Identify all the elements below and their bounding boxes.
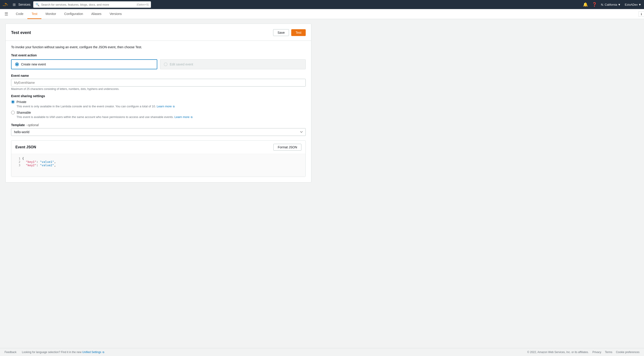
template-optional-label: - optional <box>26 123 39 127</box>
hamburger-menu[interactable]: ☰ <box>4 12 8 17</box>
private-description: This event is only available in the Lamb… <box>16 105 306 108</box>
description-text: To invoke your function without saving a… <box>11 45 306 49</box>
event-json-card: Event JSON Format JSON 1 { 2 "key1": "va… <box>11 140 306 177</box>
create-radio-circle <box>15 63 19 66</box>
shareable-learn-more-link[interactable]: Learn more ⧉ <box>174 115 192 119</box>
template-select[interactable]: hello-world s3-put dynamodb-update <box>11 128 306 136</box>
tab-monitor[interactable]: Monitor <box>42 9 60 19</box>
event-name-section: Event name Maximum of 25 characters cons… <box>11 74 306 91</box>
template-label: Template - optional <box>11 123 306 127</box>
private-radio-input[interactable] <box>11 100 15 104</box>
test-event-action-section: Test event action Create new event Edit … <box>11 54 306 69</box>
search-bar-container: 🔍 [Option+S] <box>33 1 151 8</box>
secondary-navigation: ☰ Code Test Monitor Configuration Aliase… <box>0 9 644 19</box>
test-event-action-label: Test event action <box>11 54 306 57</box>
nav-right: 🔔 ❓ N. California ▼ EzioADev ▼ <box>583 2 641 7</box>
search-shortcut: [Option+S] <box>137 3 148 6</box>
tab-aliases[interactable]: Aliases <box>87 9 106 19</box>
edit-saved-event-label: Edit saved event <box>170 63 193 66</box>
shareable-radio-row: Shareable <box>11 111 306 114</box>
tab-configuration[interactable]: Configuration <box>60 9 87 19</box>
search-icon: 🔍 <box>36 3 39 6</box>
aws-logo[interactable] <box>3 2 10 7</box>
shareable-description: This event is available to IAM users wit… <box>16 115 306 119</box>
json-header: Event JSON Format JSON <box>11 141 306 154</box>
card-title: Test event <box>11 30 31 35</box>
top-navigation: ⊞ Services 🔍 [Option+S] 🔔 ❓ N. Californi… <box>0 0 644 9</box>
tab-test[interactable]: Test <box>28 9 42 19</box>
create-new-event-option[interactable]: Create new event <box>11 59 157 69</box>
private-radio-row: Private <box>11 100 306 104</box>
event-action-options: Create new event Edit saved event <box>11 59 306 69</box>
info-panel-toggle[interactable]: ℹ <box>638 11 644 17</box>
private-learn-more-link[interactable]: Learn more ⧉ <box>156 105 175 108</box>
shareable-sharing-option: Shareable This event is available to IAM… <box>11 111 306 119</box>
private-sharing-option: Private This event is only available in … <box>11 100 306 108</box>
search-input[interactable] <box>41 3 135 6</box>
template-section: Template - optional hello-world s3-put d… <box>11 123 306 136</box>
save-button[interactable]: Save <box>273 29 289 36</box>
card-header: Test event Save Test <box>11 29 306 36</box>
account-menu[interactable]: EzioADev ▼ <box>625 3 641 6</box>
account-chevron-icon: ▼ <box>638 3 641 6</box>
account-label: EzioADev <box>625 3 638 6</box>
edit-saved-event-option[interactable]: Edit saved event <box>160 59 306 69</box>
json-line-3: 3 "key2": "value2", <box>15 164 302 167</box>
shareable-radio-input[interactable] <box>11 111 15 114</box>
shareable-external-link-icon: ⧉ <box>191 116 192 118</box>
shareable-option-label: Shareable <box>16 111 31 114</box>
tab-versions[interactable]: Versions <box>106 9 126 19</box>
test-button[interactable]: Test <box>291 29 306 36</box>
format-json-button[interactable]: Format JSON <box>273 144 302 151</box>
private-option-label: Private <box>16 100 26 104</box>
event-sharing-section: Event sharing settings Private This even… <box>11 94 306 119</box>
bell-icon[interactable]: 🔔 <box>583 2 588 7</box>
sharing-section-label: Event sharing settings <box>11 94 306 98</box>
tab-bar: Code Test Monitor Configuration Aliases … <box>12 9 126 19</box>
grid-icon[interactable]: ⊞ <box>13 3 16 7</box>
card-actions: Save Test <box>273 29 306 36</box>
event-name-label: Event name <box>11 74 306 78</box>
json-editor[interactable]: 1 { 2 "key1": "value1", 3 "key2": "value… <box>11 154 306 177</box>
external-link-icon: ⧉ <box>173 105 175 108</box>
services-label[interactable]: Services <box>18 3 30 6</box>
main-content: Test event Save Test To invoke your func… <box>0 19 317 187</box>
event-name-hint: Maximum of 25 characters consisting of l… <box>11 87 306 91</box>
tab-code[interactable]: Code <box>12 9 28 19</box>
json-line-2: 2 "key1": "value1", <box>15 160 302 164</box>
region-chevron-icon: ▼ <box>618 3 621 6</box>
edit-radio-circle <box>164 63 168 66</box>
json-title: Event JSON <box>16 145 36 149</box>
info-icon: ℹ <box>641 13 642 16</box>
header-divider <box>6 41 311 41</box>
help-icon[interactable]: ❓ <box>592 2 597 7</box>
region-selector[interactable]: N. California ▼ <box>601 3 621 6</box>
event-name-input[interactable] <box>11 79 306 87</box>
json-line-1: 1 { <box>15 157 302 160</box>
region-label: N. California <box>601 3 617 6</box>
create-new-event-label: Create new event <box>21 63 46 66</box>
test-event-card: Test event Save Test To invoke your func… <box>6 24 311 183</box>
